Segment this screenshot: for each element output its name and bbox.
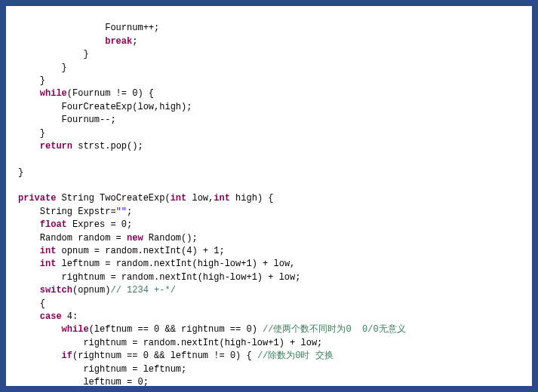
code-line: FourCreateExp(low,high); (18, 102, 192, 112)
t: ) + low; (279, 338, 323, 348)
t: && leftnum != (149, 351, 230, 361)
code-window-frame: Fournum++; break; } } } while(Fournum !=… (0, 0, 538, 392)
code-line: Fournum--; (18, 115, 116, 125)
t: ; (132, 36, 137, 47)
kw-while: while (18, 324, 89, 335)
num: 0 (143, 351, 149, 361)
num: 0 (121, 219, 127, 230)
t: (Fournum != (67, 88, 132, 99)
t: strst.pop(); (72, 141, 143, 152)
t: Random(); (143, 233, 198, 243)
kw-private: private (18, 193, 56, 204)
t: && rightnum == (159, 324, 246, 335)
t: ; (219, 246, 224, 256)
num: 0 (230, 351, 235, 361)
kw-new: new (127, 233, 143, 243)
t: (rightnum == (72, 351, 143, 361)
kw-float: float (18, 219, 67, 230)
kw-int: int (18, 259, 56, 269)
comment: //除数为0时 交换 (257, 351, 334, 361)
t: String TwoCreateExp( (56, 193, 170, 204)
t: : (72, 311, 78, 322)
t: leftnum = random.nextInt(high-low+ (56, 259, 246, 269)
kw-return: return (18, 141, 72, 152)
kw-case: case (18, 311, 62, 322)
kw-while: while (18, 88, 67, 99)
code-line: } (18, 167, 23, 178)
t: ) + low, (252, 259, 296, 269)
t: low, (186, 193, 214, 204)
t: ) + (192, 246, 214, 256)
t: rightnum = random.nextInt(high-low+ (18, 338, 273, 348)
t: ; (143, 377, 149, 387)
t: ; (127, 207, 132, 217)
t: ; (127, 219, 132, 230)
kw-int: int (18, 246, 56, 256)
kw-if: if (18, 351, 72, 361)
num: 1 (246, 259, 251, 269)
t: ) { (137, 88, 154, 99)
t: (opnum) (72, 285, 110, 296)
num: 1 (252, 272, 257, 283)
comment: // 1234 +-*/ (110, 285, 175, 296)
kw: break (105, 36, 132, 47)
t: Random random = (18, 233, 127, 243)
t: opnum = random.nextInt( (56, 246, 186, 256)
code-line: } (18, 75, 45, 86)
t: leftnum = (18, 377, 137, 387)
t: ) (252, 324, 263, 335)
kw-int: int (214, 193, 230, 204)
kw-switch: switch (18, 285, 72, 296)
code-line: } (18, 128, 45, 139)
code-line: { (18, 299, 45, 309)
num: 0 (137, 377, 143, 387)
string-lit: "" (116, 207, 127, 217)
t: rightnum = random.nextInt(high-low+ (18, 272, 252, 283)
comment: //使两个数不同时为0 0/0无意义 (263, 324, 406, 335)
t: ) + low; (257, 272, 301, 283)
num: 4 (67, 311, 72, 322)
t: ) { (235, 351, 257, 361)
kw-int: int (171, 193, 187, 204)
t: (leftnum == (89, 324, 154, 335)
code-editor-content: Fournum++; break; } } } while(Fournum !=… (6, 6, 532, 392)
code-line: } (18, 49, 89, 60)
t: String Expstr= (18, 207, 116, 217)
t: Expres = (67, 219, 121, 230)
num: 0 (246, 324, 251, 335)
code-line: } (18, 63, 67, 73)
num: 1 (273, 338, 278, 348)
t (62, 311, 67, 322)
t: high) { (230, 193, 274, 204)
code-line: Fournum++; (18, 23, 159, 33)
code-line: rightnum = leftnum; (18, 364, 186, 375)
keyword-break (18, 36, 105, 47)
